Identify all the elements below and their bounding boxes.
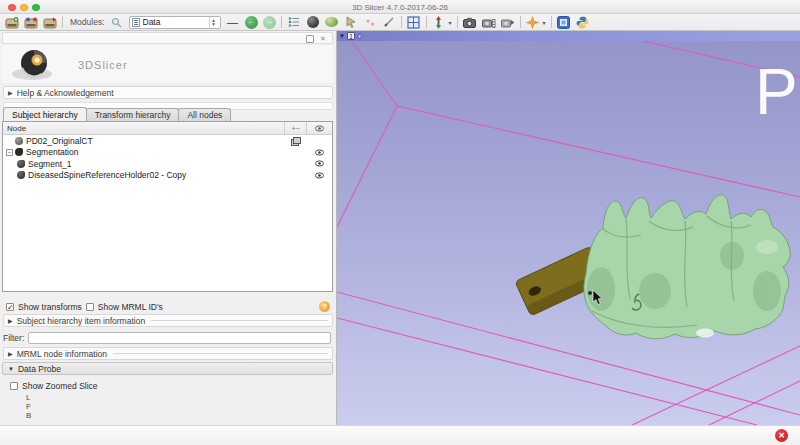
models-module-icon[interactable]: [306, 15, 320, 29]
toolbar-separator: [62, 16, 63, 28]
visibility-eye-icon[interactable]: [315, 172, 324, 179]
load-data-button[interactable]: [24, 15, 38, 29]
tab-subject-hierarchy[interactable]: Subject hierarchy: [3, 107, 87, 121]
fiducial-placement-icon[interactable]: [363, 15, 377, 29]
scene-render: P: [337, 41, 800, 425]
filter-input[interactable]: [28, 332, 331, 344]
python-console-button[interactable]: [576, 15, 590, 29]
error-log-button[interactable]: ✕: [775, 429, 788, 442]
orientation-marker-p: P: [755, 56, 798, 128]
scene-view-capture-icon[interactable]: [482, 15, 496, 29]
tree-row-segment1[interactable]: Segment_1: [3, 158, 332, 170]
toolbar-separator: [401, 16, 402, 28]
show-zoomed-slice-checkbox[interactable]: [10, 382, 18, 390]
data-probe-section[interactable]: ▼ Data Probe: [2, 362, 333, 375]
help-question-icon[interactable]: ?: [319, 301, 330, 312]
main-area: ✕ 3DSlicer ▶ Help & Acknowledgement: [0, 31, 800, 425]
load-dicom-button[interactable]: [5, 15, 19, 29]
window-title: 3D Slicer 4.7.0-2017-06-26: [0, 3, 800, 12]
brand-text: 3DSlicer: [78, 59, 128, 71]
visibility-column-header: [306, 122, 332, 135]
panel-minibar: ✕: [2, 32, 333, 44]
module-forward-button[interactable]: →: [263, 16, 276, 29]
tab-transform-hierarchy[interactable]: Transform hierarchy: [86, 108, 180, 121]
show-mrml-ids-checkbox[interactable]: [86, 303, 94, 311]
tab-all-nodes[interactable]: All nodes: [178, 108, 231, 121]
mrml-node-info-section[interactable]: ▶ MRML node information: [3, 347, 333, 360]
tree-row-segmentation[interactable]: − Segmentation: [3, 147, 332, 159]
volume-rendering-icon[interactable]: [325, 15, 339, 29]
crosshair-menu-caret-icon[interactable]: ▾: [449, 19, 452, 26]
subject-hierarchy-item-info-section[interactable]: ▶ Subject hierarchy item information: [3, 314, 333, 327]
module-history-icon[interactable]: [287, 15, 301, 29]
probe-letter-b: B: [26, 411, 31, 420]
threed-canvas[interactable]: P: [337, 41, 800, 425]
toolbar-separator: [520, 16, 521, 28]
view-controller-bar: ▼ 1: [337, 31, 800, 41]
node-column-header: Node: [3, 124, 284, 133]
tree-header: Node +−: [3, 122, 332, 135]
interaction-cursor-icon[interactable]: [344, 15, 358, 29]
threed-viewport: ▼ 1: [337, 31, 800, 425]
favorite-modules-icon[interactable]: [526, 15, 540, 29]
scene-view-restore-icon[interactable]: [501, 15, 515, 29]
show-zoomed-slice-label[interactable]: Show Zoomed Slice: [22, 381, 98, 391]
view-pin-icon[interactable]: [357, 34, 362, 39]
visibility-eye-icon[interactable]: [315, 160, 324, 167]
collapsed-triangle-icon: ▶: [8, 317, 13, 324]
segment-node-icon: [17, 171, 25, 179]
tree-row-reference-holder[interactable]: DiseasedSpineReferenceHolder02 - Copy: [3, 170, 332, 182]
section-rule: [151, 320, 328, 321]
show-mrml-ids-label[interactable]: Show MRML ID's: [98, 302, 163, 312]
expanded-triangle-icon: ▼: [8, 366, 14, 372]
view-menu-caret-icon[interactable]: ▼: [339, 33, 345, 39]
tree-row-volume[interactable]: PD02_OriginalCT: [3, 135, 332, 147]
logo-row: 3DSlicer: [2, 45, 333, 83]
data-module-icon: [132, 18, 140, 27]
titlebar: 3D Slicer 4.7.0-2017-06-26: [0, 0, 800, 14]
subject-hierarchy-tree: Node +− PD02_OriginalCT − Segmen: [2, 121, 333, 292]
status-bar: ✕: [0, 425, 800, 445]
save-button[interactable]: [43, 15, 57, 29]
screenshot-button[interactable]: [463, 15, 477, 29]
show-transforms-checkbox[interactable]: ✓: [6, 303, 14, 311]
extensions-manager-button[interactable]: [557, 15, 571, 29]
probe-letter-f: F: [26, 402, 31, 411]
module-selector[interactable]: Data ▲▼: [129, 16, 221, 29]
combo-spinner-icon: ▲▼: [209, 17, 218, 28]
favorites-menu-caret-icon[interactable]: ▾: [543, 19, 546, 26]
slicer-logo: [8, 46, 72, 82]
toolbar-separator: [426, 16, 427, 28]
toolbar-separator: [457, 16, 458, 28]
segment-node-icon: [17, 160, 25, 168]
toolbar-separator: [281, 16, 282, 28]
toolbar-separator: [551, 16, 552, 28]
module-search-icon[interactable]: [110, 15, 124, 29]
crosshair-icon[interactable]: [432, 15, 446, 29]
help-acknowledgement-section[interactable]: ▶ Help & Acknowledgement: [3, 86, 333, 99]
highlight: [756, 240, 778, 254]
visibility-eye-icon[interactable]: [315, 149, 324, 156]
close-panel-icon[interactable]: ✕: [319, 35, 327, 43]
ruler-annotation-icon[interactable]: [382, 15, 396, 29]
volume-node-icon: [15, 137, 23, 145]
main-toolbar: Modules: Data ▲▼ — ← →: [0, 14, 800, 31]
model-hole: [588, 291, 592, 295]
module-back-button[interactable]: ←: [245, 16, 258, 29]
transform-column-header: +−: [284, 122, 306, 135]
view-label: 1: [347, 32, 355, 40]
collapsed-triangle-icon: ▶: [8, 89, 13, 96]
transform-stack-icon[interactable]: [291, 137, 299, 144]
filter-row: Filter:: [3, 331, 331, 344]
section-rule: [113, 353, 328, 354]
module-history-menu-button[interactable]: —: [226, 15, 240, 29]
undock-panel-icon[interactable]: [306, 35, 314, 43]
app-window: 3D Slicer 4.7.0-2017-06-26 Modules: Data…: [0, 0, 800, 445]
bottom-highlight: [696, 329, 714, 338]
segmentation-node-icon: [15, 148, 23, 156]
layout-selector-icon[interactable]: [407, 15, 421, 29]
collapse-branch-toggle[interactable]: −: [6, 149, 13, 156]
hierarchy-tabs: Subject hierarchy Transform hierarchy Al…: [3, 108, 230, 121]
show-transforms-label[interactable]: Show transforms: [18, 302, 82, 312]
data-probe-slice-letters: L F B: [26, 393, 31, 420]
